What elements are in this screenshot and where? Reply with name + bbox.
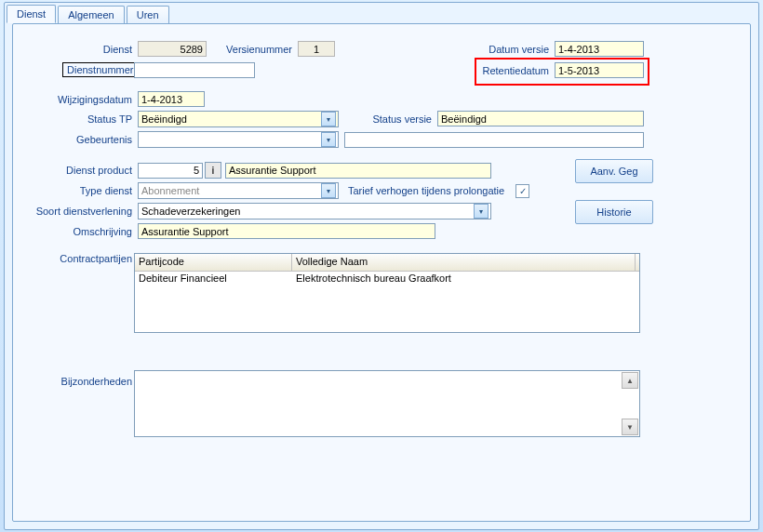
lbl-dienst: Dienst	[13, 44, 138, 55]
textarea-bijzonderheden[interactable]: ▲ ▼	[134, 370, 640, 437]
table-header: Partijcode Volledige Naam	[135, 254, 639, 272]
chevron-down-icon: ▾	[321, 112, 336, 126]
form-panel: Dienst Versienummer Datum versie Dienstn…	[12, 23, 751, 522]
scroll-up-icon[interactable]: ▲	[622, 372, 638, 389]
field-retentiedatum[interactable]	[555, 62, 644, 78]
field-versienummer[interactable]	[298, 41, 335, 57]
chevron-down-icon: ▾	[321, 183, 336, 198]
field-status-versie[interactable]	[437, 111, 644, 126]
chevron-down-icon: ▾	[474, 204, 489, 219]
th-partijcode[interactable]: Partijcode	[135, 254, 292, 271]
lbl-dienstnummer: Dienstnummer	[62, 62, 139, 77]
select-type-dienst-value: Abonnement	[141, 185, 199, 196]
tab-strip: Dienst Algemeen Uren	[5, 2, 758, 22]
select-soort-dienstverlening[interactable]: Schadeverzekeringen ▾	[138, 203, 491, 219]
th-volledige-naam[interactable]: Volledige Naam	[292, 254, 636, 271]
lbl-versienummer: Versienummer	[216, 44, 298, 55]
tab-uren[interactable]: Uren	[127, 6, 169, 23]
lbl-bijzonderheden: Bijzonderheden	[13, 376, 138, 387]
select-status-tp-value: Beëindigd	[141, 113, 187, 125]
select-gebeurtenis[interactable]: ▾	[138, 131, 339, 148]
select-type-dienst[interactable]: Abonnement ▾	[138, 182, 339, 199]
lbl-dienst-product: Dienst product	[13, 165, 138, 176]
scroll-down-icon[interactable]: ▼	[622, 419, 638, 435]
field-wijzigingsdatum[interactable]	[138, 91, 205, 107]
field-dienstnummer[interactable]	[134, 62, 255, 78]
lbl-omschrijving: Omschrijving	[13, 226, 138, 237]
lbl-status-versie: Status versie	[346, 113, 437, 125]
tab-dienst[interactable]: Dienst	[7, 5, 56, 23]
lbl-soort-dienstverlening: Soort dienstverlening	[13, 206, 138, 217]
td-partijcode: Debiteur Financieel	[135, 272, 292, 286]
info-button[interactable]: i	[205, 162, 221, 179]
lbl-type-dienst: Type dienst	[13, 185, 138, 196]
select-soort-dienstverlening-value: Schadeverzekeringen	[141, 206, 240, 217]
lbl-retentiedatum: Retentiedatum	[456, 65, 555, 76]
field-omschrijving[interactable]	[138, 223, 435, 239]
main-window: Dienst Algemeen Uren Dienst Versienummer…	[4, 2, 759, 530]
historie-button[interactable]: Historie	[575, 200, 653, 224]
field-gebeurtenis-text[interactable]	[344, 132, 644, 148]
field-dienst[interactable]	[138, 41, 207, 57]
td-volledige-naam: Elektrotechnisch bureau Graafkort	[292, 272, 636, 286]
field-datum-versie[interactable]	[555, 41, 644, 57]
table-row[interactable]: Debiteur Financieel Elektrotechnisch bur…	[135, 272, 639, 286]
table-contractpartijen[interactable]: Partijcode Volledige Naam Debiteur Finan…	[134, 253, 640, 333]
checkbox-tarief-verhogen[interactable]: ✓	[515, 184, 529, 198]
chevron-down-icon: ▾	[321, 132, 336, 147]
lbl-tarief-verhogen: Tarief verhogen tijdens prolongatie	[339, 185, 510, 196]
field-dienst-product-code[interactable]	[138, 163, 203, 179]
lbl-gebeurtenis: Gebeurtenis	[13, 134, 138, 145]
lbl-wijzigingsdatum: Wijzigingsdatum	[13, 94, 138, 105]
lbl-contractpartijen: Contractpartijen	[13, 253, 138, 264]
field-dienst-product-naam	[225, 163, 491, 179]
select-status-tp[interactable]: Beëindigd ▾	[138, 111, 339, 127]
lbl-status-tp: Status TP	[13, 113, 138, 125]
tab-algemeen[interactable]: Algemeen	[58, 6, 125, 23]
aanv-geg-button[interactable]: Aanv. Geg	[575, 159, 653, 183]
lbl-datum-versie: Datum versie	[456, 44, 555, 55]
